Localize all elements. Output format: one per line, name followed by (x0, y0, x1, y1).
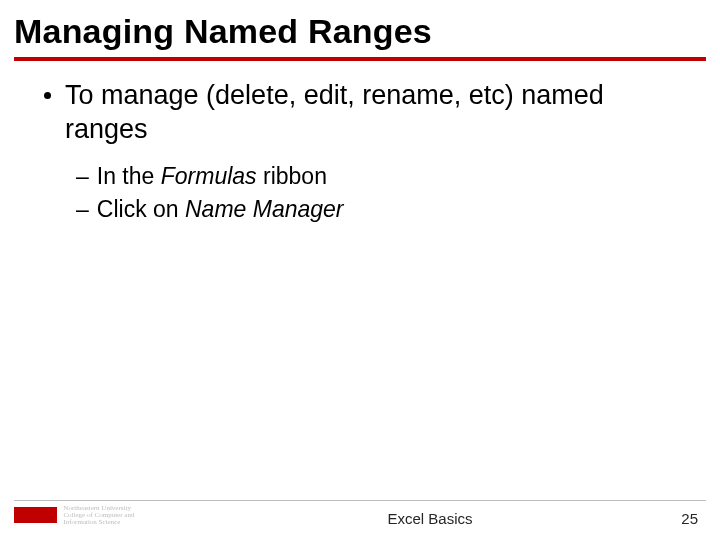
slide-footer: Northeastern University College of Compu… (0, 500, 720, 540)
bullet-dot-icon (44, 92, 51, 99)
slide: Managing Named Ranges To manage (delete,… (0, 0, 720, 540)
footer-divider (14, 500, 706, 501)
sub-bullet-text: In the Formulas ribbon (97, 161, 327, 192)
sub-bullet-text: Click on Name Manager (97, 194, 344, 225)
slide-body: To manage (delete, edit, rename, etc) na… (0, 61, 720, 225)
bullet-dash-icon: – (76, 161, 89, 192)
bullet-text: To manage (delete, edit, rename, etc) na… (65, 79, 680, 147)
footer-title: Excel Basics (0, 510, 720, 527)
slide-title: Managing Named Ranges (0, 0, 720, 55)
page-number: 25 (681, 510, 698, 527)
bullet-level1: To manage (delete, edit, rename, etc) na… (44, 79, 680, 147)
bullet-level2: – In the Formulas ribbon (76, 161, 680, 192)
sub-bullet-list: – In the Formulas ribbon – Click on Name… (76, 161, 680, 225)
bullet-dash-icon: – (76, 194, 89, 225)
bullet-level2: – Click on Name Manager (76, 194, 680, 225)
